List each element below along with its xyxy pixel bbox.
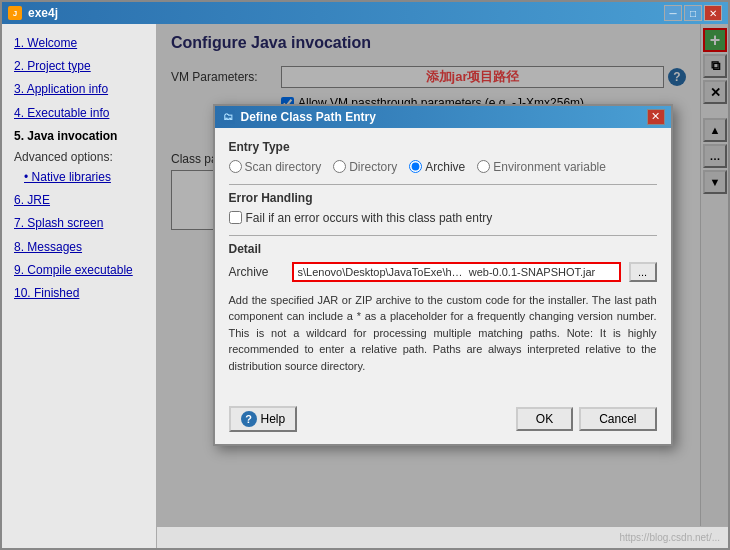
modal-close-button[interactable]: ✕ (647, 109, 665, 125)
sidebar-item-jre[interactable]: 6. JRE (10, 189, 148, 212)
sidebar-item-messages[interactable]: 8. Messages (10, 236, 148, 259)
maximize-button[interactable]: □ (684, 5, 702, 21)
close-button[interactable]: ✕ (704, 5, 722, 21)
sidebar-item-compile[interactable]: 9. Compile executable (10, 259, 148, 282)
modal-body: Entry Type Scan directory Directory (215, 128, 671, 399)
error-checkbox-label: Fail if an error occurs with this class … (246, 211, 493, 225)
radio-scan-dir[interactable]: Scan directory (229, 160, 322, 174)
error-checkbox[interactable] (229, 211, 242, 224)
sidebar: 1. Welcome 2. Project type 3. Applicatio… (2, 24, 157, 548)
detail-label: Detail (229, 242, 657, 256)
sidebar-item-finished[interactable]: 10. Finished (10, 282, 148, 305)
detail-section: Detail Archive ... (229, 242, 657, 282)
modal-title-bar: 🗂 Define Class Path Entry ✕ (215, 106, 671, 128)
sidebar-item-exe-info[interactable]: 4. Executable info (10, 102, 148, 125)
archive-label: Archive (229, 265, 284, 279)
help-button[interactable]: ? Help (229, 406, 298, 432)
sidebar-item-project-type[interactable]: 2. Project type (10, 55, 148, 78)
title-bar-left: J exe4j (8, 6, 58, 20)
sidebar-item-app-info[interactable]: 3. Application info (10, 78, 148, 101)
error-handling-section: Error Handling Fail if an error occurs w… (229, 191, 657, 225)
window-title: exe4j (28, 6, 58, 20)
sidebar-item-java-invocation[interactable]: 5. Java invocation (10, 125, 148, 148)
modal-footer: ? Help OK Cancel (215, 398, 671, 444)
title-bar-controls: ─ □ ✕ (664, 5, 722, 21)
modal-title-left: 🗂 Define Class Path Entry (221, 110, 376, 124)
modal-title-icon: 🗂 (221, 110, 235, 124)
radio-archive[interactable]: Archive (409, 160, 465, 174)
ok-button[interactable]: OK (516, 407, 573, 431)
entry-type-label: Entry Type (229, 140, 657, 154)
modal-overlay: 🗂 Define Class Path Entry ✕ Entry Type (157, 24, 728, 526)
archive-row: Archive ... (229, 262, 657, 282)
main-window: J exe4j ─ □ ✕ 1. Welcome 2. Project type… (0, 0, 730, 550)
modal-title: Define Class Path Entry (241, 110, 376, 124)
title-bar: J exe4j ─ □ ✕ (2, 2, 728, 24)
sidebar-item-welcome[interactable]: 1. Welcome (10, 32, 148, 55)
description-text: Add the specified JAR or ZIP archive to … (229, 292, 657, 375)
radio-env-var[interactable]: Environment variable (477, 160, 606, 174)
radio-directory[interactable]: Directory (333, 160, 397, 174)
status-bar: https://blog.csdn.net/... (157, 526, 728, 548)
error-handling-label: Error Handling (229, 191, 657, 205)
browse-button[interactable]: ... (629, 262, 657, 282)
archive-input[interactable] (292, 262, 621, 282)
minimize-button[interactable]: ─ (664, 5, 682, 21)
ok-cancel-buttons: OK Cancel (516, 407, 657, 431)
help-icon: ? (241, 411, 257, 427)
content-area: 1. Welcome 2. Project type 3. Applicatio… (2, 24, 728, 548)
app-icon: J (8, 6, 22, 20)
error-checkbox-row: Fail if an error occurs with this class … (229, 211, 657, 225)
sidebar-item-splash[interactable]: 7. Splash screen (10, 212, 148, 235)
cancel-button[interactable]: Cancel (579, 407, 656, 431)
entry-type-radio-group: Scan directory Directory Archive (229, 160, 657, 174)
watermark: https://blog.csdn.net/... (619, 532, 720, 543)
define-classpath-dialog: 🗂 Define Class Path Entry ✕ Entry Type (213, 104, 673, 447)
sidebar-item-native-libs[interactable]: • Native libraries (10, 166, 148, 189)
sidebar-advanced-label: Advanced options: (10, 148, 148, 166)
